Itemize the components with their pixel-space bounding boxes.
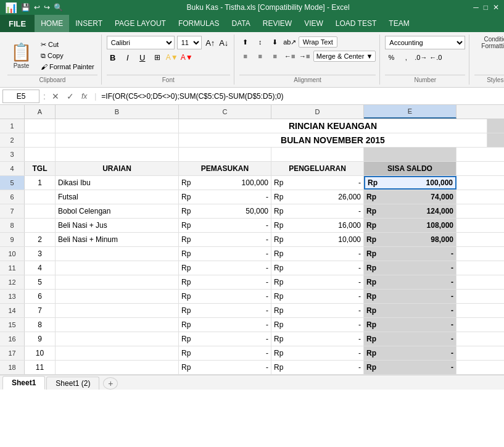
insert-function-icon[interactable]: fx: [79, 92, 89, 101]
col-header-a[interactable]: A: [25, 105, 56, 119]
border-button[interactable]: ⊞: [151, 51, 163, 64]
percent-btn[interactable]: %: [385, 51, 397, 64]
cell-c13[interactable]: Rp-: [179, 290, 271, 303]
cell-b8[interactable]: Beli Nasi + Jus: [56, 219, 179, 232]
text-angle-btn[interactable]: ab↗: [284, 36, 296, 48]
align-left-btn[interactable]: ≡: [239, 50, 252, 62]
cell-d13[interactable]: Rp-: [271, 290, 364, 303]
maximize-btn[interactable]: □: [484, 3, 488, 12]
cell-e16[interactable]: Rp-: [364, 332, 456, 346]
cell-d11[interactable]: Rp-: [271, 261, 364, 275]
cell-d16[interactable]: Rp-: [271, 332, 364, 346]
col-header-c[interactable]: C: [179, 105, 271, 119]
cell-a16[interactable]: 9: [25, 332, 56, 346]
cell-d4[interactable]: PENGELUARAN: [271, 162, 364, 175]
cell-d9[interactable]: Rp10,000: [271, 233, 364, 246]
cell-a15[interactable]: 8: [25, 318, 56, 332]
increase-indent-btn[interactable]: →≡: [299, 50, 311, 62]
copy-button[interactable]: ⧉ Copy: [38, 51, 97, 61]
cell-b2[interactable]: [56, 133, 179, 147]
cell-b5[interactable]: Dikasi Ibu: [56, 176, 179, 190]
quick-print-preview[interactable]: 🔍: [54, 3, 63, 12]
cell-d18[interactable]: Rp-: [271, 361, 364, 374]
file-menu-btn[interactable]: FILE: [0, 15, 35, 32]
cell-e11[interactable]: Rp-: [364, 261, 456, 275]
col-header-d[interactable]: D: [271, 105, 364, 119]
formula-input[interactable]: [101, 92, 502, 101]
menu-team[interactable]: TEAM: [382, 15, 415, 32]
cell-c15[interactable]: Rp-: [179, 318, 271, 332]
cell-d8[interactable]: Rp16,000: [271, 219, 364, 232]
sheet-tab-1[interactable]: Sheet1: [2, 376, 45, 390]
wrap-text-button[interactable]: Wrap Text: [299, 36, 337, 48]
menu-formulas[interactable]: FORMULAS: [172, 15, 226, 32]
cell-a10[interactable]: 3: [25, 247, 56, 261]
menu-load-test[interactable]: LOAD TEST: [329, 15, 382, 32]
cut-button[interactable]: ✂ Cut: [38, 40, 97, 50]
cell-c2[interactable]: BULAN NOVEMBER 2015: [179, 133, 487, 147]
quick-undo[interactable]: ↩: [34, 3, 40, 12]
italic-button[interactable]: I: [122, 51, 134, 64]
cell-e8[interactable]: Rp108,000: [364, 219, 456, 232]
cell-b11[interactable]: [56, 261, 179, 275]
format-painter-button[interactable]: 🖌 Format Painter: [38, 62, 97, 72]
cell-a11[interactable]: 4: [25, 261, 56, 275]
number-format-select[interactable]: Accounting: [385, 36, 465, 49]
cell-b1[interactable]: [56, 119, 179, 133]
quick-save[interactable]: 💾: [21, 3, 30, 12]
decrease-indent-btn[interactable]: ←≡: [284, 50, 296, 62]
cell-e7[interactable]: Rp124,000: [364, 204, 456, 218]
menu-page-layout[interactable]: PAGE LAYOUT: [109, 15, 172, 32]
cell-c14[interactable]: Rp-: [179, 304, 271, 317]
cell-c17[interactable]: Rp-: [179, 346, 271, 360]
cell-a5[interactable]: 1: [25, 176, 56, 190]
cancel-formula-icon[interactable]: ✕: [49, 91, 62, 101]
cell-b16[interactable]: [56, 332, 179, 346]
cell-e14[interactable]: Rp-: [364, 304, 456, 317]
paste-button[interactable]: 📋 Paste: [7, 40, 35, 71]
menu-home[interactable]: HOME: [35, 15, 69, 32]
cell-b3[interactable]: [56, 148, 179, 161]
cell-c16[interactable]: Rp-: [179, 332, 271, 346]
cell-b6[interactable]: Futsal: [56, 190, 179, 204]
cell-c9[interactable]: Rp-: [179, 233, 271, 246]
font-family-select[interactable]: Calibri: [107, 36, 175, 49]
merge-center-button[interactable]: Merge & Center▼: [313, 51, 376, 62]
font-grow-btn[interactable]: A↑: [204, 36, 217, 49]
cell-d15[interactable]: Rp-: [271, 318, 364, 332]
cell-c7[interactable]: Rp50,000: [179, 204, 271, 218]
cell-e6[interactable]: Rp74,000: [364, 190, 456, 204]
cell-d6[interactable]: Rp26,000: [271, 190, 364, 204]
cell-e13[interactable]: Rp-: [364, 290, 456, 303]
cell-e2[interactable]: [487, 133, 504, 147]
cell-a7[interactable]: [25, 204, 56, 218]
cell-a3[interactable]: [25, 148, 56, 161]
cell-b10[interactable]: [56, 247, 179, 261]
cell-c3[interactable]: [179, 148, 271, 161]
align-bottom-btn[interactable]: ⬇: [269, 36, 281, 48]
menu-insert[interactable]: INSERT: [69, 15, 109, 32]
conditional-format-btn[interactable]: ConditioFormatti...: [481, 36, 504, 49]
underline-button[interactable]: U: [136, 51, 149, 64]
font-shrink-btn[interactable]: A↓: [218, 36, 230, 49]
cell-b7[interactable]: Bobol Celengan: [56, 204, 179, 218]
cell-a8[interactable]: [25, 219, 56, 232]
cell-c5[interactable]: Rp100,000: [179, 176, 271, 190]
menu-view[interactable]: VIEW: [298, 15, 329, 32]
cell-e4[interactable]: SISA SALDO: [364, 162, 456, 175]
cell-c11[interactable]: Rp-: [179, 261, 271, 275]
cell-b9[interactable]: Beli Nasi + Minum: [56, 233, 179, 246]
font-size-select[interactable]: 11: [177, 36, 202, 49]
confirm-formula-icon[interactable]: ✓: [64, 91, 76, 101]
cell-e17[interactable]: Rp-: [364, 346, 456, 360]
cell-c8[interactable]: Rp-: [179, 219, 271, 232]
menu-review[interactable]: REVIEW: [257, 15, 298, 32]
cell-e9[interactable]: Rp98,000: [364, 233, 456, 246]
cell-b4[interactable]: URAIAN: [56, 162, 179, 175]
cell-b12[interactable]: [56, 275, 179, 289]
cell-a4[interactable]: TGL: [25, 162, 56, 175]
cell-c4[interactable]: PEMASUKAN: [179, 162, 271, 175]
align-middle-btn[interactable]: ↕: [254, 36, 266, 48]
cell-c12[interactable]: Rp-: [179, 275, 271, 289]
cell-a14[interactable]: 7: [25, 304, 56, 317]
